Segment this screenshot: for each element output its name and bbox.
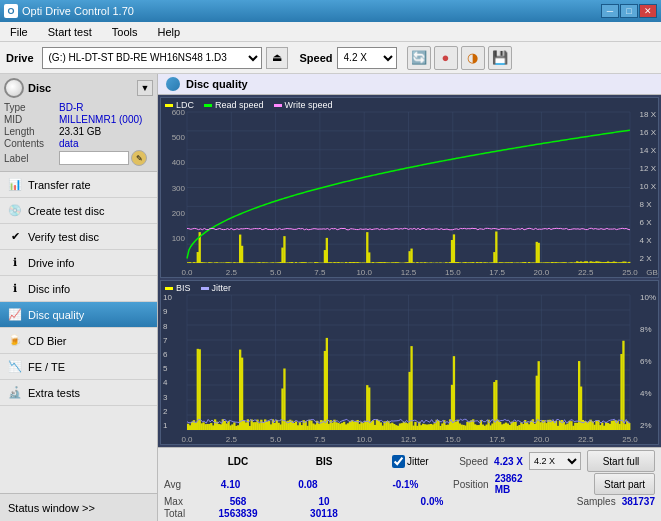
menu-tools[interactable]: Tools — [106, 24, 144, 40]
minimize-button[interactable]: ─ — [601, 4, 619, 18]
label-edit-button[interactable]: ✎ — [131, 150, 147, 166]
sidebar-item-disc-quality[interactable]: 📈 Disc quality — [0, 302, 157, 328]
disc-info-icon: ℹ — [8, 282, 22, 296]
eject-button[interactable]: ⏏ — [266, 47, 288, 69]
total-bis: 30118 — [284, 508, 364, 519]
chart1-canvas — [161, 98, 658, 277]
create-test-disc-icon: 💿 — [8, 204, 22, 218]
app-title: Opti Drive Control 1.70 — [22, 5, 134, 17]
drive-info-icon: ℹ — [8, 256, 22, 270]
menu-help[interactable]: Help — [151, 24, 186, 40]
sidebar-item-drive-info[interactable]: ℹ Drive info — [0, 250, 157, 276]
disc-options-button[interactable]: ▼ — [137, 80, 153, 96]
toolbar: Drive (G:) HL-DT-ST BD-RE WH16NS48 1.D3 … — [0, 42, 661, 74]
chart-ldc: LDC Read speed Write speed 18 X16 X14 X1… — [160, 97, 659, 278]
total-ldc: 1563839 — [198, 508, 278, 519]
menu-file[interactable]: File — [4, 24, 34, 40]
chart-header: Disc quality — [158, 74, 661, 95]
extra-tests-icon: 🔬 — [8, 386, 22, 400]
position-label: Position — [453, 479, 489, 490]
type-label: Type — [4, 102, 59, 113]
drive-selector[interactable]: (G:) HL-DT-ST BD-RE WH16NS48 1.D3 — [42, 47, 262, 69]
status-window-button[interactable]: Status window >> — [0, 493, 157, 521]
chart-title: Disc quality — [186, 78, 248, 90]
sidebar-nav: 📊 Transfer rate 💿 Create test disc ✔ Ver… — [0, 172, 157, 493]
mid-label: MID — [4, 114, 59, 125]
sidebar-item-verify-test-disc[interactable]: ✔ Verify test disc — [0, 224, 157, 250]
disc-quality-icon: 📈 — [8, 308, 22, 322]
label-input[interactable] — [59, 151, 129, 165]
title-bar: O Opti Drive Control 1.70 ─ □ ✕ — [0, 0, 661, 22]
stats-bar: LDC BIS Jitter Speed 4.23 X 4.2 X Start … — [158, 447, 661, 521]
speed-label-stat: Speed — [459, 456, 488, 467]
jitter-checkbox[interactable] — [392, 455, 405, 468]
status-window-label: Status window >> — [8, 502, 95, 514]
start-full-button[interactable]: Start full — [587, 450, 655, 472]
samples-value: 381737 — [622, 496, 655, 507]
jitter-checkbox-label[interactable]: Jitter — [392, 455, 429, 468]
disc-panel-title: Disc — [28, 82, 51, 94]
stats-avg-row: Avg 4.10 0.08 -0.1% Position 23862 MB St… — [164, 473, 655, 495]
stats-total-row: Total 1563839 30118 — [164, 508, 655, 519]
label-key: Label — [4, 153, 59, 164]
bis-col-header: BIS — [284, 456, 364, 467]
charts-area: LDC Read speed Write speed 18 X16 X14 X1… — [158, 95, 661, 447]
avg-jitter: -0.1% — [370, 479, 441, 490]
refresh-button[interactable]: 🔄 — [407, 46, 431, 70]
speed-selector[interactable]: 4.2 X — [337, 47, 397, 69]
mid-value: MILLENMR1 (000) — [59, 114, 153, 125]
contents-label: Contents — [4, 138, 59, 149]
max-ldc: 568 — [198, 496, 278, 507]
max-bis: 10 — [284, 496, 364, 507]
sidebar-item-create-test-disc[interactable]: 💿 Create test disc — [0, 198, 157, 224]
chart2-legend: BIS Jitter — [165, 283, 231, 293]
speed-value-stat: 4.23 X — [494, 456, 523, 467]
length-label: Length — [4, 126, 59, 137]
cd-bier-icon: 🍺 — [8, 334, 22, 348]
chart-header-icon — [166, 77, 180, 91]
menu-bar: File Start test Tools Help — [0, 22, 661, 42]
stats-header-row: LDC BIS Jitter Speed 4.23 X 4.2 X Start … — [164, 450, 655, 472]
maximize-button[interactable]: □ — [620, 4, 638, 18]
chart1-legend: LDC Read speed Write speed — [165, 100, 332, 110]
menu-start-test[interactable]: Start test — [42, 24, 98, 40]
stats-max-row: Max 568 10 0.0% Samples 381737 — [164, 496, 655, 507]
fe-te-icon: 📉 — [8, 360, 22, 374]
disc-panel: Disc ▼ Type BD-R MID MILLENMR1 (000) Len… — [0, 74, 157, 172]
length-value: 23.31 GB — [59, 126, 153, 137]
max-jitter: 0.0% — [392, 496, 472, 507]
app-icon: O — [4, 4, 18, 18]
samples-label: Samples — [577, 496, 616, 507]
verify-test-disc-icon: ✔ — [8, 230, 22, 244]
sidebar-item-disc-info[interactable]: ℹ Disc info — [0, 276, 157, 302]
type-value: BD-R — [59, 102, 153, 113]
speed-selector-stat[interactable]: 4.2 X — [529, 452, 581, 470]
disc-icon — [4, 78, 24, 98]
save-button[interactable]: 💾 — [488, 46, 512, 70]
sidebar-item-transfer-rate[interactable]: 📊 Transfer rate — [0, 172, 157, 198]
position-value: 23862 MB — [495, 473, 536, 495]
avg-ldc: 4.10 — [195, 479, 266, 490]
chart2-canvas — [161, 281, 658, 444]
drive-label: Drive — [6, 52, 34, 64]
erase-button[interactable]: ◑ — [461, 46, 485, 70]
avg-bis: 0.08 — [272, 479, 343, 490]
sidebar: Disc ▼ Type BD-R MID MILLENMR1 (000) Len… — [0, 74, 158, 521]
speed-label: Speed — [300, 52, 333, 64]
start-part-button[interactable]: Start part — [594, 473, 655, 495]
sidebar-item-extra-tests[interactable]: 🔬 Extra tests — [0, 380, 157, 406]
sidebar-item-fe-te[interactable]: 📉 FE / TE — [0, 354, 157, 380]
sidebar-item-cd-bier[interactable]: 🍺 CD Bier — [0, 328, 157, 354]
close-button[interactable]: ✕ — [639, 4, 657, 18]
burn-button[interactable]: ● — [434, 46, 458, 70]
chart-bis: BIS Jitter 10987 654321 10%8%6%4%2% — [160, 280, 659, 445]
contents-value: data — [59, 138, 153, 149]
transfer-rate-icon: 📊 — [8, 178, 22, 192]
ldc-col-header: LDC — [198, 456, 278, 467]
right-panel: Disc quality LDC Read speed Wri — [158, 74, 661, 521]
